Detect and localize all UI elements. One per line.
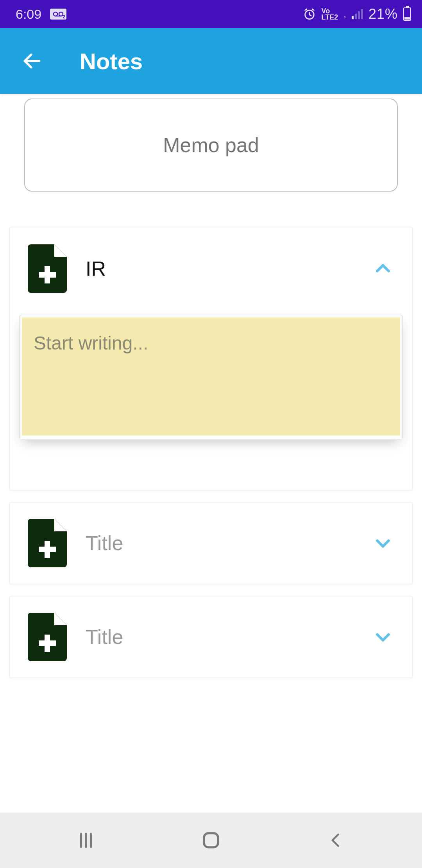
volte-indicator: Vo LTE2	[322, 8, 338, 20]
note-add-icon	[28, 244, 67, 293]
note-card-expanded	[9, 227, 413, 490]
note-card-collapsed	[9, 502, 413, 584]
status-right: Vo LTE2 , 21%	[303, 6, 411, 22]
note-title-input[interactable]	[86, 531, 353, 555]
note-body-input[interactable]	[22, 317, 400, 436]
battery-percentage: 21%	[368, 6, 398, 22]
app-bar: Notes	[0, 28, 422, 94]
note-title-input[interactable]	[86, 625, 353, 649]
memo-pad-box[interactable]: Memo pad	[24, 99, 398, 192]
back-system-button[interactable]	[320, 825, 352, 856]
note-card-collapsed	[9, 596, 413, 678]
memo-placeholder: Memo pad	[163, 133, 259, 157]
status-time: 6:09	[16, 7, 41, 22]
chevron-up-icon[interactable]	[372, 257, 394, 280]
chevron-down-icon[interactable]	[372, 532, 394, 554]
note-body-container	[19, 315, 403, 440]
signal-icon	[352, 9, 363, 19]
system-nav-bar	[0, 812, 422, 868]
note-header[interactable]	[28, 244, 394, 293]
note-add-icon	[28, 613, 67, 661]
comma-icon: ,	[343, 9, 346, 20]
chevron-down-icon[interactable]	[372, 626, 394, 648]
recents-button[interactable]	[70, 825, 102, 856]
note-add-icon	[28, 519, 67, 567]
status-left: 6:09	[16, 7, 66, 22]
content-area: Memo pad	[0, 94, 422, 678]
note-header[interactable]	[28, 519, 394, 567]
back-button[interactable]	[20, 48, 45, 74]
voicemail-icon	[50, 9, 66, 20]
note-header[interactable]	[28, 613, 394, 661]
note-title-input[interactable]	[86, 257, 353, 280]
battery-icon	[403, 7, 411, 21]
alarm-icon	[303, 7, 316, 21]
home-button[interactable]	[195, 825, 227, 856]
svg-point-1	[59, 12, 63, 16]
page-title: Notes	[80, 48, 143, 74]
svg-rect-8	[204, 833, 218, 847]
svg-point-0	[54, 12, 57, 16]
status-bar: 6:09 Vo LTE2 , 21%	[0, 0, 422, 28]
